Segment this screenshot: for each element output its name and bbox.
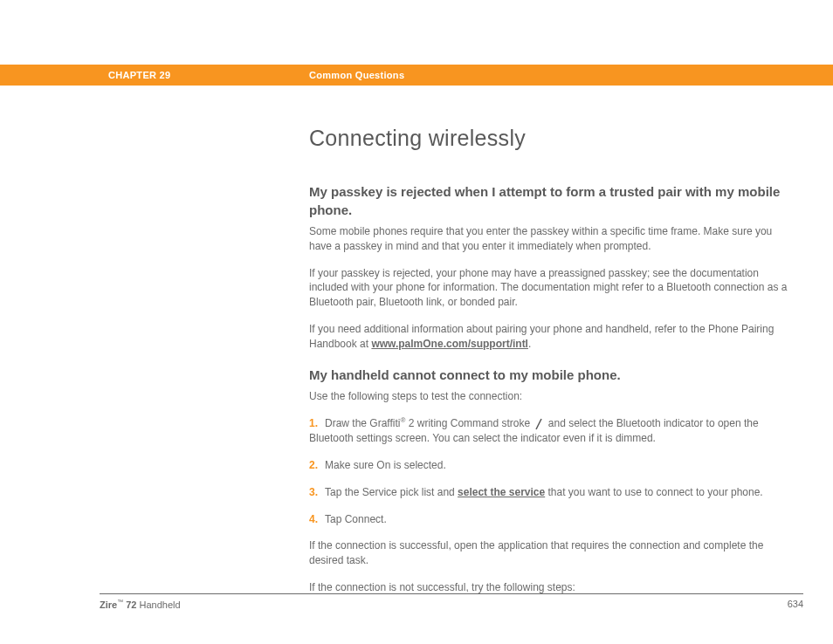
page-number: 634 bbox=[788, 599, 803, 610]
palmone-support-link[interactable]: www.palmOne.com/support/intl bbox=[371, 338, 528, 350]
step-2: 2.Make sure On is selected. bbox=[309, 458, 794, 473]
step-3-text-before: Tap the Service pick list and bbox=[325, 486, 458, 498]
step-1-text-before: Draw the Graffiti bbox=[325, 417, 400, 429]
brand-name: Zire bbox=[100, 599, 117, 610]
footer-divider bbox=[100, 593, 803, 594]
question-2-intro: Use the following steps to test the conn… bbox=[309, 389, 794, 404]
chapter-header-bar: CHAPTER 29 Common Questions bbox=[0, 65, 833, 86]
success-paragraph: If the connection is successful, open th… bbox=[309, 538, 794, 568]
step-number: 4. bbox=[309, 513, 318, 525]
step-3: 3.Tap the Service pick list and select t… bbox=[309, 485, 794, 500]
step-4-text: Tap Connect. bbox=[325, 513, 387, 525]
command-stroke-icon bbox=[534, 418, 543, 430]
question-1-paragraph-3: If you need additional information about… bbox=[309, 322, 794, 352]
chapter-label: CHAPTER 29 bbox=[108, 70, 170, 80]
step-1: 1.Draw the Graffiti® 2 writing Command s… bbox=[309, 415, 794, 446]
section-label: Common Questions bbox=[309, 70, 404, 80]
question-1-paragraph-1: Some mobile phones require that you ente… bbox=[309, 224, 794, 254]
page-footer: Zire™ 72 Handheld 634 bbox=[100, 599, 803, 610]
question-2-title: My handheld cannot connect to my mobile … bbox=[309, 366, 794, 384]
main-content: Connecting wirelessly My passkey is reje… bbox=[309, 126, 794, 607]
step-number: 2. bbox=[309, 459, 318, 471]
step-2-text: Make sure On is selected. bbox=[325, 459, 446, 471]
question-1-paragraph-2: If your passkey is rejected, your phone … bbox=[309, 266, 794, 310]
step-number: 3. bbox=[309, 486, 318, 498]
footer-device-label: Zire™ 72 Handheld bbox=[100, 599, 181, 610]
step-1-text-mid: 2 writing Command stroke bbox=[405, 417, 533, 429]
question-1-title: My passkey is rejected when I attempt to… bbox=[309, 182, 794, 219]
step-3-text-after: that you want to use to connect to your … bbox=[545, 486, 763, 498]
model-number: 72 bbox=[123, 599, 139, 610]
text-after-link: . bbox=[528, 338, 531, 350]
device-type: Handheld bbox=[140, 599, 181, 610]
page-title: Connecting wirelessly bbox=[309, 126, 794, 151]
step-4: 4.Tap Connect. bbox=[309, 512, 794, 527]
step-number: 1. bbox=[309, 417, 318, 429]
select-service-link[interactable]: select the service bbox=[458, 486, 545, 498]
